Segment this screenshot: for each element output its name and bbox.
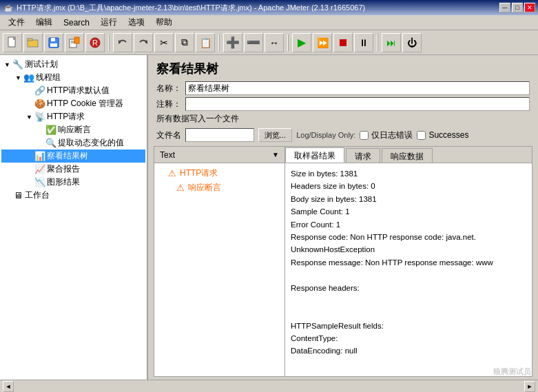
run-button[interactable]: ▶ (292, 33, 311, 52)
result-line (291, 294, 526, 307)
result-tab-response-data[interactable]: 响应数据 (382, 148, 433, 163)
toolbar-separator-4 (377, 34, 378, 51)
tree-icon-view-results: 📊 (34, 151, 45, 162)
cut-button[interactable]: ✂ (154, 33, 174, 52)
collapse-button[interactable]: ➖ (244, 33, 263, 52)
menu-search[interactable]: Search (58, 17, 95, 29)
tree-node-thread-group[interactable]: ▼👥线程组 (1, 71, 145, 84)
app-icon: ☕ (3, 2, 14, 13)
result-error-icon-1: ⚠ (175, 183, 186, 194)
tree-label-graph-results: 图形结果 (47, 176, 80, 188)
text-dropdown-area: Text ▼ ⚠HTTP请求⚠响应断言 (154, 147, 285, 376)
menu-file[interactable]: 文件 (3, 15, 30, 30)
result-line: Headers size in bytes: 0 (291, 180, 526, 192)
result-text-area: Size in bytes: 1381Headers size in bytes… (285, 163, 532, 376)
minimize-button[interactable]: ─ (499, 3, 510, 12)
log-errors-checkbox-area: 仅日志错误 (360, 130, 413, 141)
tree-icon-aggregate-report: 📈 (34, 164, 45, 175)
result-line: ContentType: (291, 332, 526, 344)
toolbar-separator-1 (108, 34, 110, 51)
remote-stop-button[interactable]: ⏻ (402, 33, 422, 52)
tree-node-test-plan[interactable]: ▼🔧测试计划 (1, 58, 145, 71)
main-area: ▼🔧测试计划▼👥线程组🔗HTTP请求默认值🍪HTTP Cookie 管理器▼📡H… (0, 55, 538, 380)
paste-button[interactable]: 📋 (196, 33, 215, 52)
copy-button[interactable]: ⧉ (175, 33, 194, 52)
open-button[interactable] (23, 33, 43, 52)
menu-options[interactable]: 选项 (123, 15, 150, 30)
result-line (291, 307, 526, 319)
tree-node-workbench[interactable]: 🖥工作台 (1, 189, 145, 202)
toolbar-separator-2 (218, 34, 220, 51)
svg-rect-2 (28, 39, 32, 41)
stop-button[interactable]: ⏹ (333, 33, 353, 52)
save-config-button[interactable] (65, 33, 84, 52)
successes-label: Successes (428, 130, 468, 140)
result-tab-sampler-result[interactable]: 取样器结果 (285, 147, 344, 163)
panel-title: 察看结果树 (148, 55, 538, 80)
result-node-0[interactable]: ⚠HTTP请求 (157, 166, 282, 180)
tree-icon-test-plan: 🔧 (12, 59, 23, 70)
result-node-label-0: HTTP请求 (180, 167, 218, 179)
tree-label-aggregate-report: 聚合报告 (47, 163, 80, 175)
filename-label: 文件名 (156, 130, 181, 141)
name-input[interactable] (185, 81, 530, 95)
toggle-button[interactable]: ↔ (265, 33, 284, 52)
menu-bar: 文件 编辑 Search 运行 选项 帮助 (0, 15, 538, 30)
result-line: Response message: Non HTTP response mess… (291, 256, 526, 269)
new-button[interactable] (3, 33, 22, 52)
result-tab-request[interactable]: 请求 (346, 148, 380, 163)
tree-node-http-request[interactable]: ▼📡HTTP请求 (1, 110, 145, 123)
close-button[interactable]: ✕ (524, 3, 535, 12)
left-panel: ▼🔧测试计划▼👥线程组🔗HTTP请求默认值🍪HTTP Cookie 管理器▼📡H… (0, 55, 148, 380)
menu-help[interactable]: 帮助 (150, 15, 178, 30)
successes-checkbox-area: Successes (417, 130, 468, 140)
file-row: 文件名 浏览... Log/Display Only: 仅日志错误 Succes… (156, 128, 530, 142)
result-line: HTTPSampleResult fields: (291, 320, 526, 332)
result-line: DataEncoding: null (291, 344, 526, 357)
name-row: 名称： (156, 81, 530, 95)
toolbar: R ✂ ⧉ 📋 ➕ ➖ ↔ ▶ ⏩ ⏹ ⏸ ⏭ ⏻ (0, 30, 538, 55)
result-node-1[interactable]: ⚠响应断言 (157, 180, 282, 195)
save-button[interactable] (44, 33, 63, 52)
tree-node-view-results[interactable]: 📊察看结果树 (1, 149, 145, 163)
redo-button[interactable] (134, 33, 153, 52)
result-line: Body size in bytes: 1381 (291, 193, 526, 205)
tree-results: ⚠HTTP请求⚠响应断言 (154, 163, 284, 376)
log-errors-checkbox[interactable] (360, 131, 369, 140)
tree-label-thread-group: 线程组 (36, 72, 61, 83)
menu-run[interactable]: 运行 (95, 15, 123, 30)
maximize-button[interactable]: □ (512, 3, 523, 12)
revert-button[interactable]: R (85, 33, 105, 52)
right-panel: 察看结果树 名称： 注释： 所有数据写入一个文件 文件名 浏览... Log/D… (148, 55, 538, 380)
text-select-bar[interactable]: Text ▼ (154, 147, 284, 163)
tree-label-workbench: 工作台 (25, 189, 50, 201)
tree-node-response-assert[interactable]: ✅响应断言 (1, 123, 145, 136)
scroll-left-button[interactable]: ◄ (3, 381, 14, 392)
tree-label-test-plan: 测试计划 (25, 59, 58, 70)
tree-node-graph-results[interactable]: 📉图形结果 (1, 176, 145, 189)
tree-node-http-cookie[interactable]: 🍪HTTP Cookie 管理器 (1, 97, 145, 110)
shutdown-button[interactable]: ⏸ (354, 33, 373, 52)
tree-node-extract-dynamic[interactable]: 🔍提取动态变化的值 (1, 136, 145, 149)
result-line: Size in bytes: 1381 (291, 167, 526, 180)
browse-button[interactable]: 浏览... (258, 128, 292, 142)
tree-icon-response-assert: ✅ (45, 125, 56, 136)
expand-button[interactable]: ➕ (223, 33, 242, 52)
tree-label-http-cookie: HTTP Cookie 管理器 (47, 98, 123, 110)
comment-row: 注释： (156, 97, 530, 111)
comment-input[interactable] (185, 97, 530, 111)
tree-icon-http-request: 📡 (34, 112, 45, 123)
menu-edit[interactable]: 编辑 (30, 15, 58, 30)
tree-node-http-default[interactable]: 🔗HTTP请求默认值 (1, 84, 145, 97)
tree-icon-http-cookie: 🍪 (34, 99, 45, 110)
remote-run-button[interactable]: ⏭ (382, 33, 401, 52)
successes-checkbox[interactable] (417, 131, 426, 140)
filename-input[interactable] (185, 128, 254, 142)
run-nopause-button[interactable]: ⏩ (313, 33, 332, 52)
result-pane: 取样器结果请求响应数据 Size in bytes: 1381Headers s… (285, 147, 532, 376)
text-select-label: Text (157, 150, 269, 160)
tree-area: ▼🔧测试计划▼👥线程组🔗HTTP请求默认值🍪HTTP Cookie 管理器▼📡H… (0, 55, 147, 380)
tree-node-aggregate-report[interactable]: 📈聚合报告 (1, 163, 145, 176)
undo-button[interactable] (113, 33, 132, 52)
scroll-right-button[interactable]: ► (524, 381, 535, 392)
